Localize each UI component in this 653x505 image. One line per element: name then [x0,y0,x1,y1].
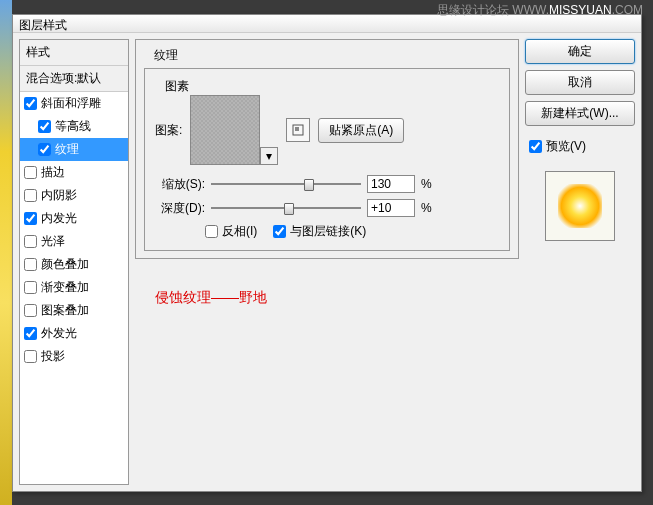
style-list: 斜面和浮雕等高线纹理描边内阴影内发光光泽颜色叠加渐变叠加图案叠加外发光投影 [20,92,128,484]
style-item-6[interactable]: 光泽 [20,230,128,253]
style-checkbox-0[interactable] [24,97,37,110]
preview-glow [558,184,602,228]
style-checkbox-9[interactable] [24,304,37,317]
layer-style-dialog: 图层样式 样式 混合选项:默认 斜面和浮雕等高线纹理描边内阴影内发光光泽颜色叠加… [12,14,642,492]
preview-checkbox-label[interactable]: 预览(V) [525,138,635,155]
style-label-9: 图案叠加 [41,302,89,319]
style-checkbox-10[interactable] [24,327,37,340]
new-preset-button[interactable] [286,118,310,142]
scale-input[interactable] [367,175,415,193]
depth-slider[interactable] [211,201,361,215]
style-item-5[interactable]: 内发光 [20,207,128,230]
style-checkbox-3[interactable] [24,166,37,179]
pattern-swatch[interactable] [190,95,260,165]
depth-input[interactable] [367,199,415,217]
style-item-1[interactable]: 等高线 [20,115,128,138]
scale-slider[interactable] [211,177,361,191]
invert-checkbox[interactable] [205,225,218,238]
style-label-3: 描边 [41,164,65,181]
style-item-9[interactable]: 图案叠加 [20,299,128,322]
depth-unit: % [421,201,432,215]
scale-label: 缩放(S): [155,176,205,193]
style-label-8: 渐变叠加 [41,279,89,296]
style-item-7[interactable]: 颜色叠加 [20,253,128,276]
texture-fieldset: 纹理 图素 图案: ▾ 贴紧原点(A) [135,39,519,259]
new-preset-icon [291,123,305,137]
watermark: 思缘设计论坛 WWW.MISSYUAN.COM [437,2,643,19]
style-label-4: 内阴影 [41,187,77,204]
style-item-11[interactable]: 投影 [20,345,128,368]
style-item-3[interactable]: 描边 [20,161,128,184]
style-checkbox-8[interactable] [24,281,37,294]
pattern-dropdown-icon[interactable]: ▾ [260,147,278,165]
watermark-url3: .COM [612,3,643,17]
style-checkbox-5[interactable] [24,212,37,225]
dialog-title: 图层样式 [19,18,67,32]
style-checkbox-2[interactable] [38,143,51,156]
style-item-0[interactable]: 斜面和浮雕 [20,92,128,115]
right-panel: 确定 取消 新建样式(W)... 预览(V) [525,39,635,485]
annotation-note: 侵蚀纹理——野地 [155,289,519,307]
style-label-6: 光泽 [41,233,65,250]
style-label-5: 内发光 [41,210,77,227]
depth-label: 深度(D): [155,200,205,217]
cancel-button[interactable]: 取消 [525,70,635,95]
style-checkbox-6[interactable] [24,235,37,248]
watermark-url1: WWW. [512,3,549,17]
style-label-2: 纹理 [55,141,79,158]
watermark-url2: MISSYUAN [549,3,612,17]
link-checkbox-label[interactable]: 与图层链接(K) [273,223,366,240]
depth-row: 深度(D): % [155,199,499,217]
style-checkbox-4[interactable] [24,189,37,202]
snap-origin-button[interactable]: 贴紧原点(A) [318,118,404,143]
texture-title: 纹理 [150,47,182,64]
style-label-11: 投影 [41,348,65,365]
scale-thumb[interactable] [304,179,314,191]
style-item-2[interactable]: 纹理 [20,138,128,161]
watermark-text: 思缘设计论坛 [437,3,509,17]
style-label-7: 颜色叠加 [41,256,89,273]
style-label-1: 等高线 [55,118,91,135]
style-label-0: 斜面和浮雕 [41,95,101,112]
style-checkbox-7[interactable] [24,258,37,271]
styles-box: 样式 混合选项:默认 斜面和浮雕等高线纹理描边内阴影内发光光泽颜色叠加渐变叠加图… [19,39,129,485]
preview-text: 预览(V) [546,138,586,155]
style-item-8[interactable]: 渐变叠加 [20,276,128,299]
new-style-button[interactable]: 新建样式(W)... [525,101,635,126]
middle-panel: 纹理 图素 图案: ▾ 贴紧原点(A) [135,39,519,485]
scale-row: 缩放(S): % [155,175,499,193]
check-row: 反相(I) 与图层链接(K) [205,223,499,240]
svg-rect-1 [295,127,299,131]
blend-options-header[interactable]: 混合选项:默认 [20,66,128,92]
invert-checkbox-label[interactable]: 反相(I) [205,223,257,240]
dialog-content: 样式 混合选项:默认 斜面和浮雕等高线纹理描边内阴影内发光光泽颜色叠加渐变叠加图… [13,33,641,491]
link-text: 与图层链接(K) [290,223,366,240]
pattern-row: 图案: ▾ 贴紧原点(A) [155,95,499,165]
depth-thumb[interactable] [284,203,294,215]
window-edge-gradient [0,0,12,505]
preview-checkbox[interactable] [529,140,542,153]
styles-header[interactable]: 样式 [20,40,128,66]
elements-fieldset: 图素 图案: ▾ 贴紧原点(A) 缩放(S): [144,68,510,251]
style-checkbox-11[interactable] [24,350,37,363]
preview-swatch [545,171,615,241]
style-label-10: 外发光 [41,325,77,342]
left-panel: 样式 混合选项:默认 斜面和浮雕等高线纹理描边内阴影内发光光泽颜色叠加渐变叠加图… [19,39,129,485]
style-item-4[interactable]: 内阴影 [20,184,128,207]
elements-title: 图素 [161,78,193,95]
ok-button[interactable]: 确定 [525,39,635,64]
invert-text: 反相(I) [222,223,257,240]
style-item-10[interactable]: 外发光 [20,322,128,345]
style-checkbox-1[interactable] [38,120,51,133]
pattern-label: 图案: [155,122,182,139]
scale-unit: % [421,177,432,191]
link-checkbox[interactable] [273,225,286,238]
